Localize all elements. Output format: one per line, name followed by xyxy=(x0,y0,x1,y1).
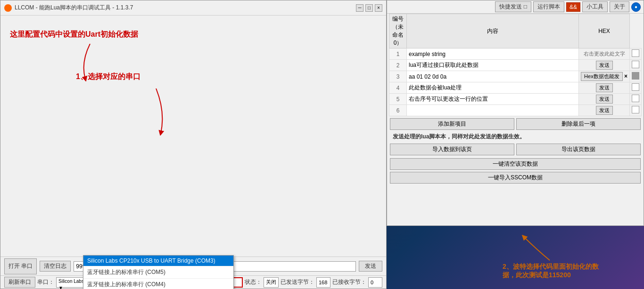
col-header-hex: HEX xyxy=(579,14,630,48)
open-port-button[interactable]: 打开 串口 xyxy=(4,258,37,274)
right-panel: 快捷发送 □ 运行脚本 && 小工具 关于 ● 编号（未命名0） 内容 HEX … xyxy=(387,0,644,226)
row-action: Hex数据也能发 × xyxy=(579,71,630,82)
export-button[interactable]: 导出该页数据 xyxy=(516,144,641,155)
arrow-br-icon xyxy=(512,234,587,263)
dropdown-item-com3[interactable]: Silicon Labs CP210x USB to UART Bridge (… xyxy=(83,256,233,266)
row-hex xyxy=(630,82,642,94)
annotation-bottom-right: 2、波特选择代码里面初始化的数 据，此次测试是115200 xyxy=(503,234,644,280)
table-row: 5 右击序号可以更改这一行的位置 发送 xyxy=(389,94,642,105)
main-window: LLCOM - 能跑Lua脚本的串口调试工具 - 1.1.3.7 ─ □ × 这… xyxy=(0,0,387,289)
clear-row: 一键清空该页数据 xyxy=(387,157,644,171)
info-text: 发送处理的lua脚本本，同样对此处发送的数据生效。 xyxy=(390,132,528,141)
row-num: 3 xyxy=(389,71,407,82)
import-sscom-button[interactable]: 一键导入SSCOM数据 xyxy=(390,172,641,184)
table-row: 1 example string 右击更改此处文字 xyxy=(389,48,642,60)
recv-label: 已接收字节： xyxy=(332,278,366,286)
window-title: LLCOM - 能跑Lua脚本的串口调试工具 - 1.1.3.7 xyxy=(15,4,133,12)
app-icon xyxy=(4,4,12,12)
row-content: example string xyxy=(407,48,579,60)
send-row-3-button[interactable]: Hex数据也能发 xyxy=(581,72,623,81)
sent-label: 已发送字节： xyxy=(281,278,314,286)
row-hex-checked xyxy=(630,71,642,82)
maximize-button[interactable]: □ xyxy=(365,4,373,12)
dropdown-item-com4[interactable]: 蓝牙链接上的标准串行 (COM4) xyxy=(83,279,233,289)
row-num: 6 xyxy=(389,105,407,116)
info-row: 发送处理的lua脚本本，同样对此处发送的数据生效。 xyxy=(387,132,644,142)
send-row-4-button[interactable]: 发送 xyxy=(596,83,613,92)
right-tab-bar: 快捷发送 □ 运行脚本 && 小工具 关于 ● xyxy=(387,0,644,14)
import-export-row: 导入数据到该页 导出该页数据 xyxy=(387,142,644,157)
row-num: 2 xyxy=(389,60,407,71)
row-action: 右击更改此处文字 xyxy=(579,48,630,60)
delete-row-3-icon[interactable]: × xyxy=(624,73,627,80)
row-num: 1 xyxy=(389,48,407,60)
col-header-num: 编号（未命名0） xyxy=(389,14,407,48)
sent-value: 168 xyxy=(316,277,330,288)
annotation-area: 这里配置代码中设置的Uart初始化数据 1、选择对应的串口 xyxy=(0,16,386,257)
col-header-content: 内容 xyxy=(407,14,579,48)
delete-last-button[interactable]: 删除最后一项 xyxy=(516,118,641,130)
row-action: 发送 xyxy=(579,105,630,116)
row-hex xyxy=(630,105,642,116)
row-content: 右击序号可以更改这一行的位置 xyxy=(407,94,579,105)
state-value: 关闭 xyxy=(264,277,279,288)
clear-page-button[interactable]: 一键清空该页数据 xyxy=(390,158,641,170)
row-action: 发送 xyxy=(579,60,630,71)
tab-quick-send[interactable]: 快捷发送 □ xyxy=(495,1,531,12)
row-content: 此处数据会被lua处理 xyxy=(407,82,579,94)
send-row-5-button[interactable]: 发送 xyxy=(596,95,613,104)
row-action: 发送 xyxy=(579,82,630,94)
import-sscom-row: 一键导入SSCOM数据 xyxy=(387,171,644,185)
port-dropdown-popup: Silicon Labs CP210x USB to UART Bridge (… xyxy=(83,255,234,289)
row-num: 4 xyxy=(389,82,407,94)
row-content: aa 01 02 0d 0a xyxy=(407,71,579,82)
annotation-text-2: 1、选择对应的串口 xyxy=(76,72,140,82)
table-row: 6 发送 xyxy=(389,105,642,116)
row-hex xyxy=(630,60,642,71)
annotation-text-3: 2、波特选择代码里面初始化的数 据，此次测试是115200 xyxy=(503,263,644,280)
send-button[interactable]: 发送 xyxy=(359,261,382,272)
refresh-port-button[interactable]: 刷新串口 xyxy=(4,277,35,288)
table-row: 3 aa 01 02 0d 0a Hex数据也能发 × xyxy=(389,71,642,82)
row-content xyxy=(407,105,579,116)
send-row-6-button[interactable]: 发送 xyxy=(596,106,613,115)
main-content: 这里配置代码中设置的Uart初始化数据 1、选择对应的串口 xyxy=(0,16,386,289)
recv-value: 0 xyxy=(368,277,382,288)
window-controls: ─ □ × xyxy=(356,4,382,12)
table-action-row: 添加新项目 删除最后一项 xyxy=(387,116,644,132)
state-label: 状态： xyxy=(245,278,262,286)
quick-send-table: 编号（未命名0） 内容 HEX 1 example string 右击更改此处文… xyxy=(389,14,642,116)
help-circle-button[interactable]: ● xyxy=(631,2,641,12)
title-bar-left: LLCOM - 能跑Lua脚本的串口调试工具 - 1.1.3.7 xyxy=(4,4,133,12)
row-content: lua可通过接口获取此处数据 xyxy=(407,60,579,71)
import-button[interactable]: 导入数据到该页 xyxy=(390,144,514,155)
add-item-button[interactable]: 添加新项目 xyxy=(390,118,514,130)
table-row: 4 此处数据会被lua处理 发送 xyxy=(389,82,642,94)
clear-log-button[interactable]: 清空日志 xyxy=(40,261,71,272)
annotation-text-1: 这里配置代码中设置的Uart初始化数据 xyxy=(10,30,138,40)
close-button[interactable]: × xyxy=(375,4,382,12)
row-hex xyxy=(630,48,642,60)
row-action: 发送 xyxy=(579,94,630,105)
minimize-button[interactable]: ─ xyxy=(356,4,363,12)
tab-about[interactable]: 关于 xyxy=(610,1,629,12)
title-bar: LLCOM - 能跑Lua脚本的串口调试工具 - 1.1.3.7 ─ □ × xyxy=(0,0,386,16)
quick-send-area: 编号（未命名0） 内容 HEX 1 example string 右击更改此处文… xyxy=(387,14,644,116)
dropdown-item-com5[interactable]: 蓝牙链接上的标准串行 (COM5) xyxy=(83,266,233,279)
send-row-2-button[interactable]: 发送 xyxy=(596,61,613,70)
table-row: 2 lua可通过接口获取此处数据 发送 xyxy=(389,60,642,71)
tab-run-script[interactable]: 运行脚本 xyxy=(533,1,564,12)
port-label: 串口： xyxy=(37,278,54,286)
tab-icon-btn[interactable]: && xyxy=(566,2,580,12)
arrow-2-icon xyxy=(142,88,170,136)
tab-tools[interactable]: 小工具 xyxy=(582,1,608,12)
row-num: 5 xyxy=(389,94,407,105)
row-hex xyxy=(630,94,642,105)
